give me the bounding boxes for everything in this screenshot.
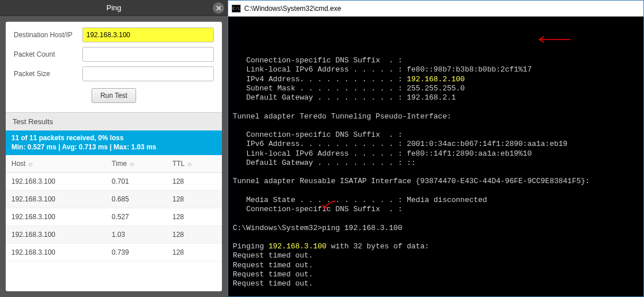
- cmd-line: Default Gateway . . . . . . . . . : ::: [233, 159, 639, 168]
- cmd-line: Link-local IPv6 Address . . . . . : fe80…: [233, 65, 639, 74]
- cmd-line: Tunnel adapter Reusable ISATAP Interface…: [233, 177, 639, 186]
- sort-icon: ◇: [29, 161, 33, 167]
- cmd-line: [233, 168, 639, 177]
- cell-time: 1.03: [106, 226, 166, 244]
- cmd-line: [233, 288, 639, 296]
- cmd-line: [233, 102, 639, 112]
- cmd-line: Request timed out.: [233, 261, 639, 270]
- cell-host: 192.168.3.100: [6, 244, 106, 262]
- cmd-icon: C:\: [232, 5, 241, 13]
- cell-time: 0.701: [106, 173, 166, 191]
- summary-line1: 11 of 11 packets received, 0% loss: [11, 134, 216, 143]
- cmd-line: Link-local IPv6 Address . . . . . : fe80…: [233, 149, 639, 159]
- table-row: 192.168.3.1001.03128: [6, 226, 222, 244]
- cell-ttl: 128: [167, 191, 222, 208]
- table-row: 192.168.3.1000.685128: [6, 191, 222, 208]
- cmd-line: [233, 187, 639, 196]
- cmd-body[interactable]: Connection-specific DNS Suffix . : Link-…: [228, 17, 643, 296]
- sort-icon: ◇: [130, 161, 134, 167]
- results-header: Test Results: [6, 112, 222, 130]
- count-input[interactable]: [82, 47, 214, 62]
- cmd-line: Request timed out.: [233, 270, 639, 279]
- cell-ttl: 128: [167, 173, 222, 191]
- cmd-line: Connection-specific DNS Suffix . :: [233, 130, 639, 140]
- cell-time: 0.527: [106, 208, 166, 226]
- run-test-button[interactable]: Run Test: [92, 88, 136, 103]
- cmd-title-text: C:\Windows\System32\cmd.exe: [244, 5, 341, 13]
- table-row: 192.168.3.1000.701128: [6, 173, 222, 191]
- cmd-line: Request timed out.: [233, 279, 639, 288]
- cell-host: 192.168.3.100: [6, 208, 106, 226]
- table-row: 192.168.3.1000.739128: [6, 244, 222, 262]
- cell-ttl: 128: [167, 208, 222, 226]
- cell-ttl: 128: [167, 244, 222, 262]
- sort-icon: ◇: [188, 161, 192, 167]
- cmd-line: IPv4 Address. . . . . . . . . . . : 192.…: [233, 75, 639, 84]
- annotation-arrow-icon: [537, 35, 571, 44]
- close-icon[interactable]: ✕: [213, 2, 224, 14]
- size-input[interactable]: [82, 66, 214, 81]
- dest-input[interactable]: [82, 27, 214, 42]
- cmd-line: [233, 121, 639, 130]
- cmd-line: Request timed out.: [233, 251, 639, 260]
- cmd-line: [233, 233, 639, 242]
- ping-title: Ping: [106, 3, 121, 12]
- col-host[interactable]: Host ◇: [6, 155, 106, 173]
- cmd-line: [233, 214, 639, 223]
- label-size: Packet Size: [14, 70, 82, 78]
- label-dest: Destination Host/IP: [14, 31, 82, 39]
- cmd-line: Media State . . . . . . . . . . . : Medi…: [233, 196, 639, 205]
- cmd-line: Subnet Mask . . . . . . . . . . . : 255.…: [233, 84, 639, 93]
- ping-header: Ping ✕: [0, 0, 228, 16]
- cmd-line: C:\Windows\System32>ping 192.168.3.100: [233, 224, 639, 233]
- cmd-line: Default Gateway . . . . . . . . . : 192.…: [233, 93, 639, 102]
- results-table: Host ◇ Time ◇ TTL ◇ 192.168.3.1000.70112…: [6, 155, 222, 262]
- cell-host: 192.168.3.100: [6, 226, 106, 244]
- cmd-line: Connection-specific DNS Suffix . :: [233, 56, 639, 65]
- cell-ttl: 128: [167, 226, 222, 244]
- cmd-window: C:\ C:\Windows\System32\cmd.exe Connecti…: [228, 0, 644, 297]
- cell-time: 0.739: [106, 244, 166, 262]
- table-row: 192.168.3.1000.527128: [6, 208, 222, 226]
- col-ttl[interactable]: TTL ◇: [167, 155, 222, 173]
- cell-host: 192.168.3.100: [6, 191, 106, 208]
- cell-time: 0.685: [106, 191, 166, 208]
- cell-host: 192.168.3.100: [6, 173, 106, 191]
- cmd-line: IPv6 Address. . . . . . . . . . . : 2001…: [233, 140, 639, 149]
- summary-line2: Min: 0.527 ms | Avg: 0.713 ms | Max: 1.0…: [11, 143, 216, 152]
- results-table-wrap[interactable]: Host ◇ Time ◇ TTL ◇ 192.168.3.1000.70112…: [6, 155, 222, 291]
- cmd-line: Pinging 192.168.3.100 with 32 bytes of d…: [233, 242, 639, 251]
- col-time[interactable]: Time ◇: [106, 155, 166, 173]
- cmd-line: Tunnel adapter Teredo Tunneling Pseudo-I…: [233, 112, 639, 121]
- results-summary: 11 of 11 packets received, 0% loss Min: …: [6, 130, 222, 155]
- cmd-titlebar: C:\ C:\Windows\System32\cmd.exe: [228, 1, 643, 17]
- label-count: Packet Count: [14, 50, 82, 58]
- ping-form: Destination Host/IP Packet Count Packet …: [6, 22, 222, 112]
- cmd-line: Connection-specific DNS Suffix . :: [233, 205, 639, 214]
- ping-panel: Ping ✕ Destination Host/IP Packet Count …: [0, 0, 228, 297]
